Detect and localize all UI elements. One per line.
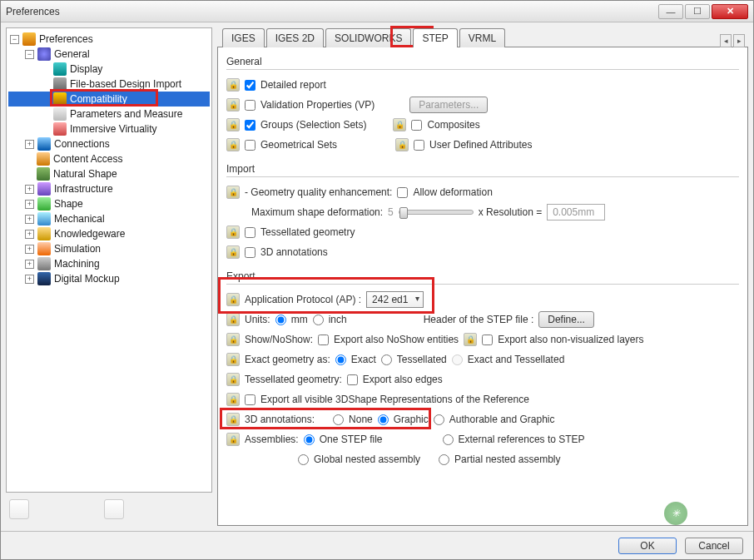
lock-icon[interactable]: 🔒 [226,245,240,259]
close-button[interactable]: ✕ [712,4,748,19]
ap-combo[interactable]: 242 ed1 [366,291,424,308]
folder-icon [37,137,51,151]
maximize-button[interactable]: ☐ [685,4,710,19]
tab-scroll-right[interactable]: ▸ [733,34,745,47]
tree-content-access[interactable]: Content Access [8,151,210,166]
expander-icon[interactable]: + [25,230,34,239]
composites-checkbox[interactable] [411,120,422,131]
tree-file-design-import[interactable]: File-based Design Import [8,77,210,92]
tab-iges2d[interactable]: IGES 2D [266,28,324,47]
nonvis-checkbox[interactable] [482,335,493,345]
lock-icon[interactable]: 🔒 [464,333,477,346]
tree-label: Compatibility [70,93,127,105]
lock-icon[interactable]: 🔒 [226,433,240,446]
asm-one-radio[interactable] [304,434,315,445]
tree-immersive-virtuality[interactable]: Immersive Virtuality [8,121,210,136]
slider-value: 5 [388,206,394,218]
lock-icon[interactable]: 🔒 [226,293,240,306]
units-mm-radio[interactable] [275,315,286,325]
annot-authorable-radio[interactable] [434,414,444,425]
tab-step[interactable]: STEP [413,28,457,47]
tab-vrml[interactable]: VRML [459,28,505,47]
annot-none-radio[interactable] [333,414,344,425]
expander-icon[interactable]: + [25,275,34,284]
export-all-checkbox[interactable] [245,394,255,405]
uda-checkbox[interactable] [414,140,424,151]
expander-icon[interactable]: + [25,215,34,224]
expander-icon[interactable]: + [25,200,34,209]
tree-natural-shape[interactable]: Natural Shape [8,166,210,181]
tree-machining[interactable]: + Machining [8,256,210,271]
expander-icon[interactable]: − [10,35,19,44]
lock-icon[interactable]: 🔒 [395,138,409,151]
tab-solidworks[interactable]: SOLIDWORKS [325,28,411,47]
tree-knowledgeware[interactable]: + Knowledgeware [8,226,210,241]
minimize-button[interactable]: — [658,4,683,19]
lock-icon[interactable]: 🔒 [226,98,240,112]
asm-global-radio[interactable] [298,454,309,465]
export-edges-checkbox[interactable] [347,374,358,385]
tabs: IGES IGES 2D SOLIDWORKS STEP VRML ◂ ▸ [217,27,748,47]
tree-mechanical[interactable]: + Mechanical [8,211,210,226]
reset-icon[interactable] [9,499,29,519]
asm-partial-radio[interactable] [439,454,449,465]
tree-simulation[interactable]: + Simulation [8,241,210,256]
groups-checkbox[interactable] [245,120,255,131]
expander-icon[interactable]: − [25,50,34,59]
tree-shape[interactable]: + Shape [8,196,210,211]
define-button[interactable]: Define... [538,311,594,328]
apply-icon[interactable] [104,499,124,519]
validation-label: Validation Properties (VP) [260,99,375,111]
lock-icon[interactable]: 🔒 [226,313,240,326]
tree-label: Mechanical [54,213,105,225]
tess-geom-import-checkbox[interactable] [245,227,255,238]
tree-root[interactable]: − Preferences [8,32,210,47]
lock-icon[interactable]: 🔒 [226,373,240,386]
tess-radio[interactable] [381,354,392,365]
annot3d-import-checkbox[interactable] [245,247,255,258]
geomsets-checkbox[interactable] [245,140,255,151]
expander-icon[interactable]: + [25,245,34,254]
expander-icon[interactable]: + [25,260,34,269]
cancel-button[interactable]: Cancel [685,538,743,554]
validation-checkbox[interactable] [245,100,255,111]
folder-icon [37,197,51,211]
lock-icon[interactable]: 🔒 [226,118,240,131]
preferences-tree[interactable]: − Preferences − General Display File-bas… [6,27,212,493]
tree-label: Knowledgeware [54,228,125,240]
detailed-report-checkbox[interactable] [245,80,255,91]
exacttess-label: Exact and Tessellated [468,354,565,365]
tree-display[interactable]: Display [8,62,210,77]
lock-icon[interactable]: 🔒 [226,186,240,199]
deformation-slider[interactable] [399,210,474,215]
tree-digital-mockup[interactable]: + Digital Mockup [8,271,210,286]
annot3d-import-label: 3D annotations [260,246,328,258]
tree-general[interactable]: − General [8,47,210,62]
parameters-button[interactable]: Parameters... [409,97,488,113]
exact-radio[interactable] [335,354,346,365]
tree-infrastructure[interactable]: + Infrastructure [8,181,210,196]
tab-scroll-left[interactable]: ◂ [720,34,732,47]
annot-graphic-radio[interactable] [378,414,389,425]
lock-icon[interactable]: 🔒 [226,333,240,346]
lock-icon[interactable]: 🔒 [226,353,240,366]
ok-button[interactable]: OK [618,538,677,554]
lock-icon[interactable]: 🔒 [393,118,406,131]
expander-icon[interactable]: + [25,185,34,194]
tree-label: Digital Mockup [54,273,120,285]
tree-compatibility[interactable]: Compatibility [8,92,210,107]
lock-icon[interactable]: 🔒 [226,78,240,92]
asm-ext-radio[interactable] [443,434,454,445]
lock-icon[interactable]: 🔒 [226,138,240,151]
tree-parameters-measure[interactable]: Parameters and Measure [8,107,210,121]
lock-icon[interactable]: 🔒 [226,393,240,406]
row-ap: 🔒 Application Protocol (AP) : 242 ed1 [226,290,739,310]
expander-icon[interactable]: + [25,140,34,149]
units-inch-radio[interactable] [313,315,324,325]
lock-icon[interactable]: 🔒 [226,413,240,426]
tab-iges[interactable]: IGES [222,28,265,47]
tree-connections[interactable]: + Connections [8,136,210,151]
allow-deformation-checkbox[interactable] [397,187,408,198]
lock-icon[interactable]: 🔒 [226,225,240,239]
noshow-checkbox[interactable] [318,335,329,345]
